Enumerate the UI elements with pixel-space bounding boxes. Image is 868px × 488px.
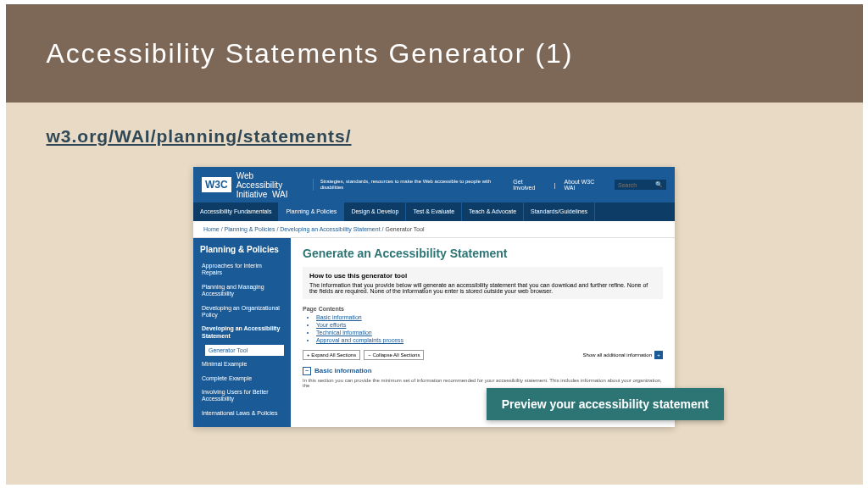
slide-content: w3.org/WAI/planning/statements/ W3C Web … [6, 103, 863, 451]
page-heading: Generate an Accessibility Statement [303, 247, 663, 260]
sidebar-item[interactable]: Approaches for Interim Repairs [200, 259, 284, 280]
reference-url[interactable]: w3.org/WAI/planning/statements/ [47, 126, 352, 146]
expand-all-button[interactable]: + Expand All Sections [303, 350, 360, 360]
sidebar-title: Planning & Policies [200, 245, 284, 254]
sidebar-item[interactable]: Involving Users for Better Accessibility [200, 385, 284, 407]
sidebar-item[interactable]: Developing an Organizational Policy [200, 302, 284, 323]
howto-title: How to use this generator tool [309, 272, 656, 280]
pc-link[interactable]: Technical information [316, 330, 663, 336]
search-input[interactable] [618, 182, 652, 188]
sidebar-item[interactable]: Complete Example [200, 372, 284, 385]
search-icon[interactable]: 🔍 [655, 181, 663, 188]
breadcrumb: Home / Planning & Policies / Developing … [193, 221, 675, 238]
sidebar-item-active[interactable]: Developing an Accessibility Statement [200, 322, 284, 343]
pc-link[interactable]: Your efforts [316, 322, 663, 328]
sidebar-item[interactable]: Minimal Example [200, 358, 284, 371]
search-box[interactable]: 🔍 [615, 180, 666, 190]
section-controls: + Expand All Sections − Collapse All Sec… [303, 350, 663, 360]
pc-link[interactable]: Basic information [316, 314, 663, 320]
link-about[interactable]: About W3C WAI [565, 179, 606, 191]
header-links: Get Involved | About W3C WAI 🔍 [513, 179, 666, 191]
page-contents-list: Basic information Your efforts Technical… [316, 314, 663, 343]
sidebar-item[interactable]: Planning and Managing Accessibility [200, 280, 284, 302]
pc-link[interactable]: Approval and complaints process [316, 337, 663, 343]
bc-current: Generator Tool [385, 226, 424, 232]
nav-fundamentals[interactable]: Accessibility Fundamentals [193, 202, 279, 221]
site-header: W3C Web Accessibility Initiative WAI Str… [193, 167, 675, 202]
plus-icon: + [654, 351, 663, 359]
w3c-logo: W3C [202, 177, 231, 192]
brand-line2: Initiative WAI [236, 190, 301, 199]
bc-home[interactable]: Home [203, 226, 220, 232]
howto-text: The information that you provide below w… [309, 282, 648, 294]
sidebar-sub-active[interactable]: Generator Tool [205, 345, 284, 356]
preview-statement-button[interactable]: Preview your accessibility statement [487, 388, 724, 420]
tagline: Strategies, standards, resources to make… [313, 179, 514, 191]
logo-block: W3C Web Accessibility Initiative WAI Str… [202, 171, 513, 199]
bc-planning[interactable]: Planning & Policies [225, 226, 275, 232]
nav-teach[interactable]: Teach & Advocate [462, 202, 524, 221]
howto-box: How to use this generator tool The infor… [303, 267, 663, 299]
sidebar: Planning & Policies Approaches for Inter… [193, 238, 291, 427]
main-nav: Accessibility Fundamentals Planning & Po… [193, 202, 675, 221]
brand-line1: Web Accessibility [236, 171, 301, 190]
nav-design[interactable]: Design & Develop [344, 202, 406, 221]
nav-standards[interactable]: Standards/Guidelines [524, 202, 595, 221]
section-basic-info-header[interactable]: Basic information [303, 367, 663, 375]
brand-text: Web Accessibility Initiative WAI [236, 171, 301, 199]
slide: Accessibility Statements Generator (1) w… [6, 4, 863, 485]
nav-planning[interactable]: Planning & Policies [279, 202, 344, 221]
page-contents-label: Page Contents [303, 306, 663, 312]
show-additional[interactable]: Show all additional information + [583, 351, 663, 359]
sidebar-item[interactable]: International Laws & Policies [200, 407, 284, 420]
screenshot-embed: W3C Web Accessibility Initiative WAI Str… [193, 167, 675, 427]
link-get-involved[interactable]: Get Involved [513, 179, 545, 191]
bc-developing[interactable]: Developing an Accessibility Statement [280, 226, 380, 232]
slide-title-bar: Accessibility Statements Generator (1) [6, 4, 863, 103]
collapse-all-button[interactable]: − Collapse All Sections [364, 350, 424, 360]
nav-test[interactable]: Test & Evaluate [406, 202, 462, 221]
slide-title: Accessibility Statements Generator (1) [47, 38, 574, 69]
section-basic-info-text: In this section you can provide the mini… [303, 378, 663, 388]
